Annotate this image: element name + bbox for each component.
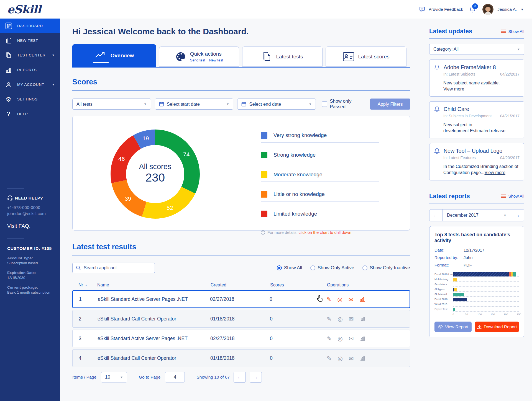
updates-show-all-button[interactable]: Show All — [501, 29, 524, 34]
show-only-passed-checkbox[interactable]: Show only Passed — [322, 99, 366, 110]
month-select[interactable]: December 2017 ▼ — [442, 209, 511, 221]
visit-faq-link[interactable]: Visit FAQ. — [7, 223, 54, 229]
items-per-page-select[interactable]: 10 ▼ — [101, 372, 127, 382]
sidebar-item-reports[interactable]: REPORTS — [0, 63, 60, 77]
eye-icon — [438, 325, 443, 328]
edit-pencil-icon[interactable]: ✎ — [327, 336, 332, 342]
send-test-link[interactable]: Send test — [190, 58, 205, 62]
provide-feedback-button[interactable]: Provide Feedback — [420, 7, 463, 12]
prev-month-button[interactable]: ← — [429, 209, 442, 221]
list-icon — [501, 30, 506, 33]
sidebar-item-test-center[interactable]: TEST CENTER ▼ — [0, 48, 60, 63]
col-header-scores[interactable]: Scores — [270, 283, 327, 288]
email-envelope-icon[interactable]: ✉ — [349, 296, 354, 302]
edit-pencil-icon[interactable]: ✎ — [326, 296, 331, 302]
table-row[interactable]: 3eSkill Standard Active Server Pages .NE… — [72, 330, 410, 347]
results-section-title: Latest test results — [72, 243, 410, 251]
view-report-button[interactable]: View Report — [434, 322, 472, 332]
radio-show-only-inactive[interactable]: Show Only Inactive — [362, 265, 410, 271]
row-test-name: eSkill Standard Active Server Pages .NET — [98, 296, 210, 302]
view-more-link[interactable]: View more — [443, 87, 464, 91]
chevron-down-icon: ▼ — [52, 54, 55, 57]
view-eye-icon[interactable]: ◎ — [338, 336, 343, 342]
mini-chart-axis-tick: 50 — [465, 313, 468, 316]
sidebar-item-my-account[interactable]: MY ACCOUNT ▼ — [0, 77, 60, 92]
sidebar-item-new-test[interactable]: NEW TEST — [0, 33, 60, 48]
view-eye-icon[interactable]: ◎ — [337, 296, 342, 302]
stats-chart-icon[interactable] — [360, 355, 365, 361]
new-test-link[interactable]: New test — [209, 58, 223, 62]
update-date: 04/20/2017 — [500, 156, 520, 160]
col-header-name[interactable]: Name — [97, 283, 211, 288]
tab-overview[interactable]: Overview — [72, 44, 156, 67]
mini-chart-category-label: Expire Test — [434, 307, 453, 311]
tests-filter-select[interactable]: All tests ▼ — [72, 99, 151, 110]
table-row[interactable]: 1eSkill Standard Active Server Pages .NE… — [72, 290, 410, 308]
radio-show-only-active[interactable]: Show Only Active — [310, 265, 354, 271]
radio-button[interactable] — [277, 265, 282, 270]
mini-chart-bar-segment — [453, 278, 457, 281]
stats-chart-icon[interactable] — [360, 316, 365, 322]
download-report-button[interactable]: Download Report — [475, 322, 519, 332]
search-applicant-box[interactable] — [72, 263, 155, 273]
provide-feedback-label: Provide Feedback — [428, 7, 463, 12]
col-header-nr[interactable]: Nr — [78, 283, 83, 288]
email-envelope-icon[interactable]: ✉ — [349, 316, 354, 322]
goto-page-input[interactable] — [165, 372, 185, 382]
checkbox[interactable] — [322, 101, 327, 107]
tab-quick-actions[interactable]: Quick actions Send test New test — [159, 46, 239, 67]
sidebar-item-label: DASHBOARD — [17, 24, 43, 28]
sidebar-item-label: REPORTS — [17, 68, 37, 72]
email-envelope-icon[interactable]: ✉ — [349, 336, 354, 342]
table-row[interactable]: 4eSkill Standard Call Center Operator01/… — [72, 349, 410, 367]
stats-chart-icon[interactable] — [360, 296, 365, 302]
next-page-button[interactable]: → — [250, 372, 262, 383]
avatar[interactable] — [482, 4, 493, 15]
row-score: 0 — [270, 336, 327, 342]
notification-badge: 3 — [472, 3, 478, 9]
edit-pencil-icon[interactable]: ✎ — [327, 355, 332, 361]
view-more-link[interactable]: View more — [485, 170, 505, 175]
svg-text:39: 39 — [125, 195, 131, 202]
sidebar-item-dashboard[interactable]: DASHBOARD — [0, 19, 60, 33]
search-input[interactable] — [84, 265, 151, 270]
mini-chart-category-label: Excel 2016 — [434, 297, 453, 301]
tab-latest-tests[interactable]: Latest tests — [242, 46, 323, 67]
col-header-created[interactable]: Created — [211, 283, 270, 288]
radio-show-all[interactable]: Show All — [277, 265, 302, 271]
view-eye-icon[interactable]: ◎ — [338, 355, 343, 361]
end-date-select[interactable]: Select end date ▼ — [237, 99, 316, 110]
mini-chart-category-label: Simulators — [434, 283, 453, 286]
category-select[interactable]: Category: All ▼ — [429, 44, 524, 55]
tab-latest-scores[interactable]: Latest scores — [326, 46, 406, 67]
stats-chart-icon[interactable] — [360, 336, 365, 341]
sidebar-item-settings[interactable]: ⚙ SETTINGS — [0, 92, 60, 107]
legend-swatch — [261, 132, 267, 139]
radio-button[interactable] — [362, 265, 367, 270]
top-header: eSkill Provide Feedback 3 — [0, 0, 532, 19]
user-menu-caret-icon[interactable]: ▼ — [521, 8, 524, 11]
mini-chart-bar-segment — [513, 272, 516, 276]
id-card-icon — [343, 52, 354, 61]
edit-pencil-icon[interactable]: ✎ — [327, 316, 332, 322]
sidebar-item-label: HELP — [17, 112, 28, 116]
notifications-button[interactable]: 3 — [469, 6, 476, 13]
view-eye-icon[interactable]: ◎ — [338, 316, 343, 322]
email-envelope-icon[interactable]: ✉ — [349, 355, 354, 361]
drill-down-link[interactable]: click on the chart to drill down — [299, 230, 351, 235]
expiration-label: Expiration Date: — [7, 271, 54, 275]
next-month-button[interactable]: → — [511, 209, 524, 221]
table-row[interactable]: 2eSkill Standard Call Center Operator01/… — [72, 310, 410, 328]
radio-button[interactable] — [310, 265, 315, 270]
prev-page-button[interactable]: ← — [234, 372, 246, 383]
apply-filters-button[interactable]: Apply Filters — [370, 99, 410, 110]
start-date-select[interactable]: Select start date ▼ — [155, 99, 234, 110]
reports-show-all-button[interactable]: Show All — [501, 194, 524, 198]
scores-donut-chart[interactable]: 7452394619 All scores 230 — [105, 124, 205, 224]
legend-item: Very strong knowledge — [261, 132, 379, 143]
sort-asc-icon[interactable]: ▲ — [85, 284, 88, 287]
report-mini-bar-chart: Excel 2016 LeviMultitaskingSimulatorsAll… — [434, 272, 519, 317]
row-test-name: eSkill Standard Call Center Operator — [98, 355, 210, 361]
radio-label: Show All — [284, 265, 302, 271]
sidebar-item-help[interactable]: ? HELP — [0, 107, 60, 121]
